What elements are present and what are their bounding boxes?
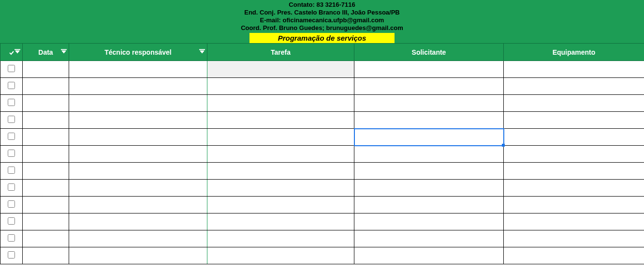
cell-data[interactable]	[23, 197, 69, 213]
row-checkbox[interactable]	[8, 183, 15, 191]
row-checkbox[interactable]	[8, 167, 15, 174]
cell-equipamento[interactable]	[504, 197, 644, 213]
cell-tarefa[interactable]	[207, 163, 354, 180]
cell-check[interactable]	[0, 180, 23, 197]
cell-tarefa[interactable]	[207, 61, 354, 78]
cell-check[interactable]	[0, 146, 23, 163]
row-checkbox[interactable]	[8, 234, 15, 242]
cell-solicitante[interactable]	[354, 78, 504, 95]
filter-icon[interactable]	[15, 51, 19, 53]
cell-equipamento[interactable]	[504, 180, 644, 197]
cell-check[interactable]	[0, 230, 23, 247]
cell-data[interactable]	[23, 95, 69, 112]
column-header-tarefa[interactable]: Tarefa	[207, 44, 354, 61]
column-label: Data	[38, 48, 53, 56]
row-checkbox[interactable]	[8, 65, 15, 72]
cell-equipamento[interactable]	[504, 78, 644, 95]
cell-data[interactable]	[23, 146, 69, 163]
cell-tecnico[interactable]	[69, 95, 207, 112]
cell-data[interactable]	[23, 213, 69, 230]
cell-equipamento[interactable]	[504, 213, 644, 230]
cell-solicitante[interactable]	[354, 129, 504, 146]
cell-equipamento[interactable]	[504, 230, 644, 247]
cell-data[interactable]	[23, 78, 69, 95]
column-header-solicitante[interactable]: Solicitante	[354, 44, 504, 61]
column-label: Tarefa	[271, 48, 291, 56]
row-checkbox[interactable]	[8, 82, 15, 89]
cell-tecnico[interactable]	[69, 247, 207, 264]
cell-solicitante[interactable]	[354, 247, 504, 264]
cell-tecnico[interactable]	[69, 180, 207, 197]
cell-check[interactable]	[0, 129, 23, 146]
cell-data[interactable]	[23, 61, 69, 78]
cell-data[interactable]	[23, 247, 69, 264]
row-checkbox[interactable]	[8, 133, 15, 140]
cell-tecnico[interactable]	[69, 129, 207, 146]
coordinator-line: Coord. Prof. Bruno Guedes; brunuguedes@g…	[0, 24, 644, 32]
cell-data[interactable]	[23, 163, 69, 180]
table-header-row: Data Técnico responsável Tarefa Solicita…	[0, 44, 644, 61]
cell-data[interactable]	[23, 180, 69, 197]
cell-tarefa[interactable]	[207, 95, 354, 112]
cell-solicitante[interactable]	[354, 112, 504, 129]
cell-solicitante[interactable]	[354, 61, 504, 78]
cell-data[interactable]	[23, 129, 69, 146]
cell-solicitante[interactable]	[354, 197, 504, 213]
column-header-tecnico[interactable]: Técnico responsável	[69, 44, 207, 61]
cell-equipamento[interactable]	[504, 146, 644, 163]
cell-check[interactable]	[0, 112, 23, 129]
cell-solicitante[interactable]	[354, 146, 504, 163]
row-checkbox[interactable]	[8, 99, 15, 106]
cell-tecnico[interactable]	[69, 112, 207, 129]
row-checkbox[interactable]	[8, 150, 15, 157]
cell-equipamento[interactable]	[504, 112, 644, 129]
cell-solicitante[interactable]	[354, 95, 504, 112]
cell-solicitante[interactable]	[354, 163, 504, 180]
cell-solicitante[interactable]	[354, 213, 504, 230]
cell-solicitante[interactable]	[354, 230, 504, 247]
cell-tarefa[interactable]	[207, 230, 354, 247]
cell-tarefa[interactable]	[207, 213, 354, 230]
address-line: End. Conj. Pres. Castelo Branco III, Joã…	[0, 9, 644, 16]
cell-equipamento[interactable]	[504, 247, 644, 264]
cell-data[interactable]	[23, 112, 69, 129]
table-row	[0, 61, 644, 78]
cell-check[interactable]	[0, 61, 23, 78]
cell-equipamento[interactable]	[504, 95, 644, 112]
column-header-check[interactable]	[0, 44, 23, 61]
filter-icon[interactable]	[62, 51, 66, 53]
row-checkbox[interactable]	[8, 200, 15, 208]
cell-tecnico[interactable]	[69, 230, 207, 247]
cell-tecnico[interactable]	[69, 61, 207, 78]
cell-tecnico[interactable]	[69, 78, 207, 95]
row-checkbox[interactable]	[8, 217, 15, 225]
row-checkbox[interactable]	[8, 251, 15, 259]
filter-icon[interactable]	[200, 51, 204, 53]
cell-data[interactable]	[23, 230, 69, 247]
cell-equipamento[interactable]	[504, 61, 644, 78]
cell-tecnico[interactable]	[69, 213, 207, 230]
cell-solicitante[interactable]	[354, 180, 504, 197]
cell-equipamento[interactable]	[504, 129, 644, 146]
services-table[interactable]: Data Técnico responsável Tarefa Solicita…	[0, 43, 644, 264]
column-header-data[interactable]: Data	[23, 44, 69, 61]
cell-equipamento[interactable]	[504, 163, 644, 180]
cell-tarefa[interactable]	[207, 78, 354, 95]
cell-tecnico[interactable]	[69, 197, 207, 213]
cell-tarefa[interactable]	[207, 146, 354, 163]
cell-tarefa[interactable]	[207, 247, 354, 264]
cell-check[interactable]	[0, 247, 23, 264]
cell-tecnico[interactable]	[69, 146, 207, 163]
row-checkbox[interactable]	[8, 116, 15, 123]
cell-check[interactable]	[0, 163, 23, 180]
cell-tarefa[interactable]	[207, 112, 354, 129]
cell-check[interactable]	[0, 213, 23, 230]
cell-check[interactable]	[0, 197, 23, 213]
cell-tarefa[interactable]	[207, 129, 354, 146]
cell-tecnico[interactable]	[69, 163, 207, 180]
cell-check[interactable]	[0, 95, 23, 112]
cell-tarefa[interactable]	[207, 180, 354, 197]
cell-tarefa[interactable]	[207, 197, 354, 213]
column-header-equipamento[interactable]: Equipamento	[504, 44, 644, 61]
cell-check[interactable]	[0, 78, 23, 95]
